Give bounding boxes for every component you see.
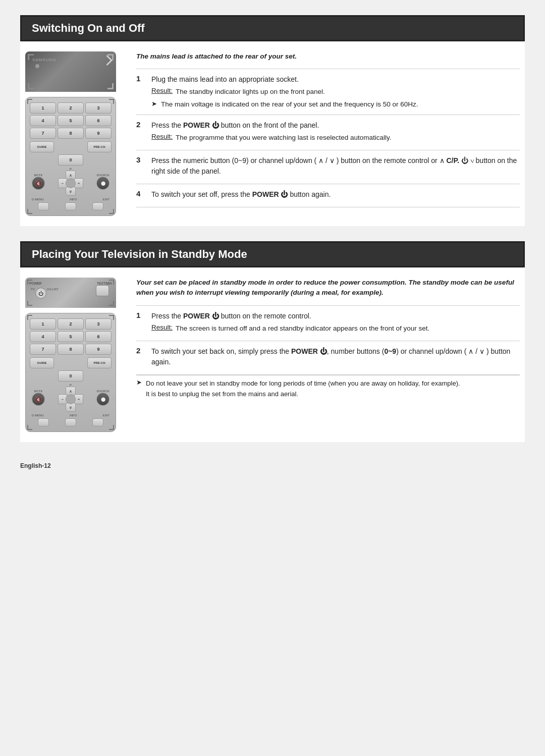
section2-title: Placing Your Television in Standby Mode <box>20 241 525 267</box>
step2-num: 2 <box>136 120 145 145</box>
r2-btn-7[interactable]: 7 <box>30 344 56 355</box>
exit-btn[interactable] <box>92 202 103 210</box>
guide-row: GUIDE PRE-CH <box>30 141 112 152</box>
btn-5[interactable]: 5 <box>58 115 84 126</box>
remote1-body: 1 2 3 4 5 6 7 8 9 GUIDE <box>25 97 116 216</box>
btn-1[interactable]: 1 <box>30 102 56 114</box>
tip-block: ➤ Do not leave your set in standby mode … <box>136 375 520 403</box>
r2-btn-4[interactable]: 4 <box>30 331 56 342</box>
r2-btn-8[interactable]: 8 <box>58 344 84 355</box>
pre-ch-btn[interactable]: PRE-CH <box>87 141 112 152</box>
r2-guide-btn[interactable]: GUIDE <box>30 357 54 368</box>
btn-6[interactable]: 6 <box>85 115 112 126</box>
btn-7[interactable]: 7 <box>30 128 56 139</box>
r2-btn-6[interactable]: 6 <box>85 331 112 342</box>
r2-info-label: INFO <box>70 414 77 417</box>
step2-result-label: Result: <box>151 133 173 143</box>
r2-mute-source-row: MUTE 🔇 P ∧ ∨ − + <box>30 384 112 412</box>
section1-image: SAMSUNG 1 <box>25 51 126 216</box>
btn-8[interactable]: 8 <box>58 128 84 139</box>
power-btn-large[interactable]: ⏻ <box>35 288 46 299</box>
mute-btn[interactable]: 🔇 <box>32 177 45 190</box>
r2-btn-0[interactable]: 0 <box>58 370 83 382</box>
exit-label: EXIT <box>103 198 110 201</box>
tip1-text: Do not leave your set in standby mode fo… <box>146 379 460 389</box>
step1: 1 Plug the mains lead into an appropriat… <box>136 69 520 115</box>
source-btn[interactable]: ⬤ <box>96 177 110 190</box>
corner-tl <box>28 54 34 60</box>
btn-9[interactable]: 9 <box>85 128 112 139</box>
samsung-logo: SAMSUNG <box>32 58 56 62</box>
mute-source-row: MUTE 🔇 P ∧ ∨ − + <box>30 168 112 196</box>
step4-num: 4 <box>136 189 145 202</box>
section-standby: Placing Your Television in Standby Mode … <box>20 241 525 442</box>
step1-note-text: The main voltage is indicated on the rea… <box>161 99 418 110</box>
step4-main: To switch your set off, press the POWER … <box>151 189 520 200</box>
section1-intro: The mains lead is attached to the rear o… <box>136 51 520 62</box>
btn-2[interactable]: 2 <box>58 102 84 114</box>
section2-steps: 1 Press the POWER ⏻ button on the remote… <box>136 305 520 375</box>
btn-3[interactable]: 3 <box>85 102 112 114</box>
btn-0[interactable]: 0 <box>58 154 83 166</box>
dmenu-label: D MENU <box>32 198 44 201</box>
r2-btn-3[interactable]: 3 <box>85 318 112 330</box>
remote2-corner-tl <box>27 280 32 285</box>
s2-step2-num: 2 <box>136 346 145 369</box>
dmenu-btn[interactable] <box>38 202 49 210</box>
r2-mute-btn[interactable]: 🔇 <box>32 393 45 406</box>
info-btn[interactable] <box>65 202 76 210</box>
r2-info-btn[interactable] <box>65 418 76 426</box>
r2-exit-btn[interactable] <box>92 418 103 426</box>
s2-step1: 1 Press the POWER ⏻ button on the remote… <box>136 305 520 341</box>
step1-main: Plug the mains lead into an appropriate … <box>151 74 520 85</box>
cross-center <box>66 178 76 188</box>
s2-step2: 2 To switch your set back on, simply pre… <box>136 341 520 375</box>
footer-label: English-12 <box>20 462 51 469</box>
step1-note: ➤ The main voltage is indicated on the r… <box>151 99 520 110</box>
r2-exit-label: EXIT <box>103 414 110 417</box>
remote2-corner-bl <box>27 301 32 306</box>
step1-result: Result: The standby indicator lights up … <box>151 87 520 97</box>
r2b-corner-tr <box>109 315 114 320</box>
step1-body: Plug the mains lead into an appropriate … <box>151 74 520 110</box>
s2-step1-result-label: Result: <box>151 323 173 334</box>
text-mix-btn[interactable] <box>96 285 109 296</box>
bottom-btns <box>30 202 112 210</box>
r2-pre-ch-btn[interactable]: PRE-CH <box>87 357 112 368</box>
step4: 4 To switch your set off, press the POWE… <box>136 184 520 207</box>
step3-body: Press the numeric button (0~9) or channe… <box>151 155 520 179</box>
r2-guide-row: GUIDE PRE-CH <box>30 357 112 368</box>
step2-result-text: The programme that you were watching las… <box>176 133 391 143</box>
s2-step2-body: To switch your set back on, simply press… <box>151 346 520 369</box>
section1-title: Switching On and Off <box>20 15 525 41</box>
remote-corner-tl <box>27 99 32 104</box>
s2-step1-body: Press the POWER ⏻ button on the remote c… <box>151 311 520 336</box>
section2-instructions: Your set can be placed in standby mode i… <box>136 278 520 432</box>
section1-instructions: The mains lead is attached to the rear o… <box>136 51 520 216</box>
guide-btn[interactable]: GUIDE <box>30 141 54 152</box>
tip-texts: Do not leave your set in standby mode fo… <box>146 379 460 400</box>
info-label: INFO <box>70 198 77 201</box>
remote-corner-tr <box>109 99 114 104</box>
step1-result-text: The standby indicator lights up on the f… <box>176 87 325 97</box>
r2-cross-center <box>66 394 76 404</box>
r2-btn-1[interactable]: 1 <box>30 318 56 330</box>
step2-result: Result: The programme that you were watc… <box>151 133 520 143</box>
r2-menu-row: D MENU INFO EXIT <box>30 414 112 417</box>
remote2-header-row: POWER TEXT/MIX <box>29 282 112 285</box>
remote2-top-bar: POWER TEXT/MIX ⏻ TV DTV CH.LIST <box>25 278 116 308</box>
step2-body: Press the POWER ⏻ button on the front of… <box>151 120 520 145</box>
note-arrow-icon: ➤ <box>151 100 157 110</box>
r2-btn-9[interactable]: 9 <box>85 344 112 355</box>
r2-btn-5[interactable]: 5 <box>58 331 84 342</box>
step3: 3 Press the numeric button (0~9) or chan… <box>136 150 520 184</box>
r2b-corner-tl <box>27 315 32 320</box>
btn-4[interactable]: 4 <box>30 115 56 126</box>
r2-dmenu-btn[interactable] <box>38 418 49 426</box>
tip2-text: It is best to unplug the set from the ma… <box>146 389 460 400</box>
s2-step1-result: Result: The screen is turned off and a r… <box>151 323 520 334</box>
r2-btn-2[interactable]: 2 <box>58 318 84 330</box>
r2-source-btn[interactable]: ⬤ <box>96 393 110 406</box>
step2-main: Press the POWER ⏻ button on the front of… <box>151 120 520 131</box>
remote-corner-br <box>109 209 114 214</box>
